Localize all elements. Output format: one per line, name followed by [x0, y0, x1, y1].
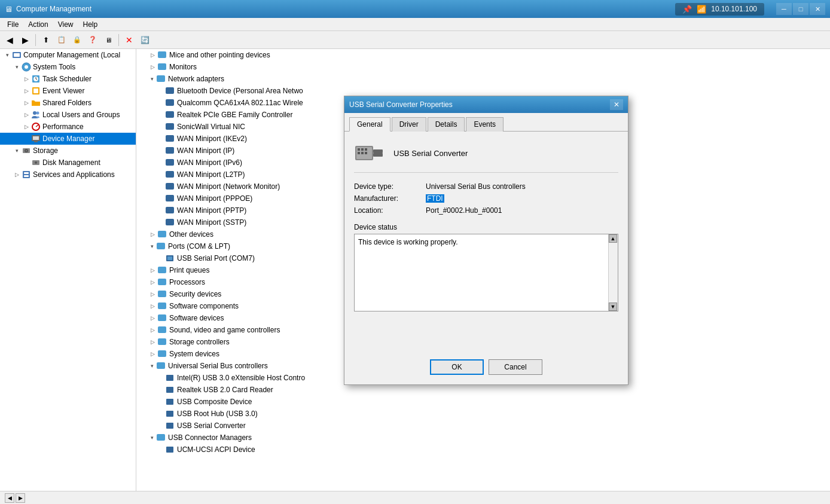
- usb-ctrl-toggle[interactable]: ▾: [151, 363, 154, 369]
- dialog-close-button[interactable]: ✕: [610, 99, 623, 110]
- device-usb-connectors[interactable]: ▾ USB Connector Managers: [136, 432, 830, 444]
- svg-rect-24: [24, 175, 29, 177]
- svg-rect-63: [373, 153, 383, 157]
- ok-button[interactable]: OK: [430, 359, 484, 375]
- tree-task-scheduler-icon: [31, 74, 41, 84]
- toolbar-back[interactable]: ◀: [2, 33, 17, 47]
- tree-shared-folders[interactable]: ▷ Shared Folders: [0, 97, 136, 109]
- close-button[interactable]: ✕: [810, 3, 825, 15]
- tree-services-toggle[interactable]: ▷: [12, 172, 22, 178]
- monitors-toggle[interactable]: ▷: [151, 64, 155, 70]
- qualcomm-label: Qualcomm QCA61x4A 802.11ac Wirele: [177, 99, 303, 107]
- tree-root-toggle[interactable]: ▾: [2, 52, 12, 58]
- ports-toggle[interactable]: ▾: [151, 243, 154, 249]
- usb-connectors-label: USB Connector Managers: [168, 433, 252, 442]
- mice-toggle[interactable]: ▷: [151, 52, 155, 58]
- tree-performance-toggle[interactable]: ▷: [22, 124, 31, 130]
- tree-event-viewer-toggle[interactable]: ▷: [22, 88, 31, 94]
- tab-general[interactable]: General: [349, 117, 390, 132]
- tree-task-scheduler[interactable]: ▷ Task Scheduler: [0, 73, 136, 85]
- menu-view[interactable]: View: [53, 19, 78, 30]
- device-usb-root[interactable]: USB Root Hub (USB 3.0): [136, 408, 830, 420]
- device-realtek-usb[interactable]: Realtek USB 2.0 Card Reader: [136, 384, 830, 396]
- toolbar-up[interactable]: ⬆: [39, 33, 53, 47]
- device-usb-serial-converter[interactable]: USB Serial Converter: [136, 420, 830, 432]
- realtek-nic-label: Realtek PCIe GBE Family Controller: [177, 111, 292, 119]
- minimize-button[interactable]: ─: [776, 3, 792, 15]
- toolbar-properties[interactable]: 🔒: [70, 33, 84, 47]
- network-adapters-toggle[interactable]: ▾: [151, 76, 154, 82]
- tree-system-tools-toggle[interactable]: ▾: [12, 64, 22, 70]
- svg-rect-66: [365, 148, 367, 151]
- prop-row-device-type: Device type: Universal Serial Bus contro…: [354, 182, 618, 191]
- status-scroll-up[interactable]: ▲: [609, 234, 617, 243]
- device-monitors[interactable]: ▷ Monitors: [136, 61, 830, 73]
- device-bluetooth[interactable]: Bluetooth Device (Personal Area Netwo: [136, 85, 830, 97]
- storage-ctrl-toggle[interactable]: ▷: [151, 339, 155, 345]
- print-toggle[interactable]: ▷: [151, 267, 155, 273]
- tab-events[interactable]: Events: [466, 117, 504, 132]
- menu-action[interactable]: Action: [23, 19, 53, 30]
- tree-device-manager-label: Device Manager: [42, 135, 94, 143]
- usb-connectors-toggle[interactable]: ▾: [151, 435, 154, 441]
- device-usb-composite[interactable]: USB Composite Device: [136, 396, 830, 408]
- menu-file[interactable]: File: [2, 19, 23, 30]
- tree-local-users-toggle[interactable]: ▷: [22, 112, 31, 118]
- svg-line-13: [36, 125, 38, 127]
- tree-system-tools[interactable]: ▾ System Tools: [0, 61, 136, 73]
- tree-root-icon: [12, 50, 22, 60]
- window-controls: ─ □ ✕: [776, 3, 825, 15]
- location-label: Location:: [354, 206, 426, 215]
- tree-disk-management[interactable]: Disk Management: [0, 157, 136, 169]
- tree-task-scheduler-toggle[interactable]: ▷: [22, 76, 31, 82]
- sound-toggle[interactable]: ▷: [151, 327, 155, 333]
- tree-performance[interactable]: ▷ Performance: [0, 121, 136, 133]
- processors-toggle[interactable]: ▷: [151, 279, 155, 285]
- menu-help[interactable]: Help: [78, 19, 103, 30]
- toolbar-clipboard[interactable]: 📋: [54, 33, 69, 47]
- scroll-left-btn[interactable]: ◀: [5, 493, 14, 503]
- tab-details[interactable]: Details: [428, 117, 465, 132]
- tree-local-users[interactable]: ▷ Local Users and Groups: [0, 109, 136, 121]
- other-toggle[interactable]: ▷: [151, 231, 155, 237]
- device-ucm-ucsi[interactable]: UCM-UCSI ACPI Device: [136, 444, 830, 456]
- tab-driver[interactable]: Driver: [392, 117, 426, 132]
- toolbar-refresh[interactable]: 🔄: [138, 33, 152, 47]
- device-status-box[interactable]: This device is working properly. ▲ ▼: [354, 234, 618, 311]
- device-mice[interactable]: ▷ Mice and other pointing devices: [136, 49, 830, 61]
- cancel-button[interactable]: Cancel: [489, 359, 542, 375]
- sonicwall-icon: [165, 123, 175, 131]
- ports-label: Ports (COM & LPT): [168, 242, 230, 251]
- tree-shared-folders-toggle[interactable]: ▷: [22, 100, 31, 106]
- system-toggle[interactable]: ▷: [151, 351, 155, 357]
- realtek-nic-icon: [165, 111, 175, 119]
- toolbar-computer[interactable]: 🖥: [101, 33, 115, 47]
- tree-device-manager[interactable]: Device Manager: [0, 133, 136, 145]
- sw-devices-toggle[interactable]: ▷: [151, 315, 155, 321]
- toolbar-remove[interactable]: ✕: [122, 33, 136, 47]
- tree-root[interactable]: ▾ Computer Management (Local: [0, 49, 136, 61]
- svg-rect-9: [33, 88, 38, 93]
- tree-event-viewer[interactable]: ▷ Event Viewer: [0, 85, 136, 97]
- monitors-icon: [157, 63, 167, 71]
- tree-storage-toggle[interactable]: ▾: [12, 148, 22, 154]
- tree-services[interactable]: ▷ Services and Applications: [0, 169, 136, 181]
- tree-panel: ▾ Computer Management (Local ▾ System To…: [0, 49, 136, 491]
- manufacturer-value[interactable]: FTDI: [426, 194, 444, 203]
- tree-storage[interactable]: ▾ Storage: [0, 145, 136, 157]
- security-toggle[interactable]: ▷: [151, 291, 155, 297]
- maximize-button[interactable]: □: [793, 3, 808, 15]
- device-network-adapters[interactable]: ▾ Network adapters: [136, 73, 830, 85]
- svg-rect-1: [14, 53, 20, 57]
- scroll-right-btn[interactable]: ▶: [16, 493, 25, 503]
- device-status-scrollbar[interactable]: ▲ ▼: [608, 234, 618, 311]
- toolbar-help[interactable]: ❓: [86, 33, 100, 47]
- status-scroll-down[interactable]: ▼: [609, 303, 617, 311]
- sw-components-icon: [157, 302, 167, 310]
- dialog-content: USB Serial Converter Device type: Univer…: [344, 132, 628, 352]
- svg-rect-36: [166, 183, 174, 190]
- toolbar: ◀ ▶ ⬆ 📋 🔒 ❓ 🖥 ✕ 🔄: [0, 31, 830, 49]
- toolbar-forward[interactable]: ▶: [18, 33, 32, 47]
- sw-devices-icon: [157, 314, 167, 322]
- sw-components-toggle[interactable]: ▷: [151, 303, 155, 309]
